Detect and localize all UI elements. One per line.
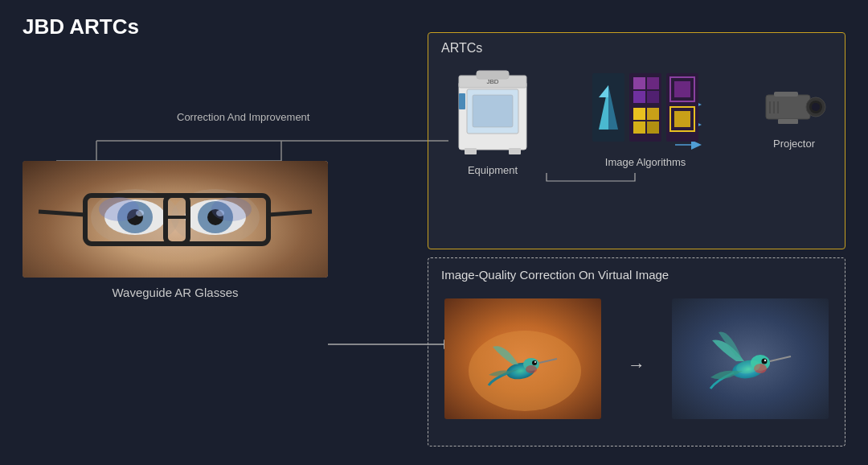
page-title: JBD ARTCs <box>23 14 139 39</box>
projector-area: Projector <box>758 85 830 182</box>
artcs-box-title: ARTCs <box>441 41 482 56</box>
equipment-area: JBD Equipment <box>444 69 541 182</box>
svg-point-72 <box>532 360 537 365</box>
svg-rect-58 <box>766 95 810 119</box>
svg-text:JBD: JBD <box>486 78 498 85</box>
svg-rect-52 <box>647 121 659 134</box>
iqc-box: Image-Quality Correction On Virtual Imag… <box>428 257 845 446</box>
svg-point-74 <box>526 365 537 373</box>
svg-point-80 <box>764 360 766 361</box>
svg-rect-66 <box>778 119 798 124</box>
algo-area: Image Algorithms <box>557 69 734 198</box>
bird-before: No Corrected <box>444 298 601 419</box>
svg-line-28 <box>268 212 312 215</box>
svg-point-79 <box>762 359 768 364</box>
svg-rect-45 <box>633 77 645 89</box>
artcs-box: ARTCs JBD Equipment <box>428 32 845 249</box>
svg-rect-62 <box>774 92 798 97</box>
svg-rect-35 <box>473 95 513 127</box>
correction-label: Correction And Improvement <box>177 111 309 123</box>
svg-rect-75 <box>672 298 829 419</box>
svg-rect-55 <box>674 81 690 97</box>
svg-rect-36 <box>459 93 465 109</box>
svg-rect-37 <box>465 148 477 154</box>
svg-rect-46 <box>647 77 659 89</box>
birds-arrow: → <box>628 355 645 376</box>
svg-rect-51 <box>633 121 645 134</box>
algo-label: Image Algorithms <box>605 156 686 168</box>
equipment-label: Equipment <box>468 164 518 176</box>
svg-rect-47 <box>633 91 645 103</box>
svg-rect-50 <box>647 108 659 120</box>
svg-rect-48 <box>647 91 659 103</box>
svg-point-61 <box>812 103 820 111</box>
svg-point-29 <box>99 197 139 221</box>
svg-point-30 <box>211 197 252 221</box>
svg-rect-38 <box>509 148 521 154</box>
algo-cards <box>592 73 698 142</box>
glasses-image <box>23 161 328 278</box>
iqc-title: Image-Quality Correction On Virtual Imag… <box>441 268 669 282</box>
svg-rect-57 <box>674 111 690 127</box>
svg-rect-49 <box>633 108 645 120</box>
svg-line-27 <box>39 212 85 215</box>
projector-label: Projector <box>773 138 815 150</box>
svg-point-73 <box>534 361 536 363</box>
bird-after: ARTCs Corrected <box>672 298 829 419</box>
glasses-label: Waveguide AR Glasses <box>23 286 328 299</box>
